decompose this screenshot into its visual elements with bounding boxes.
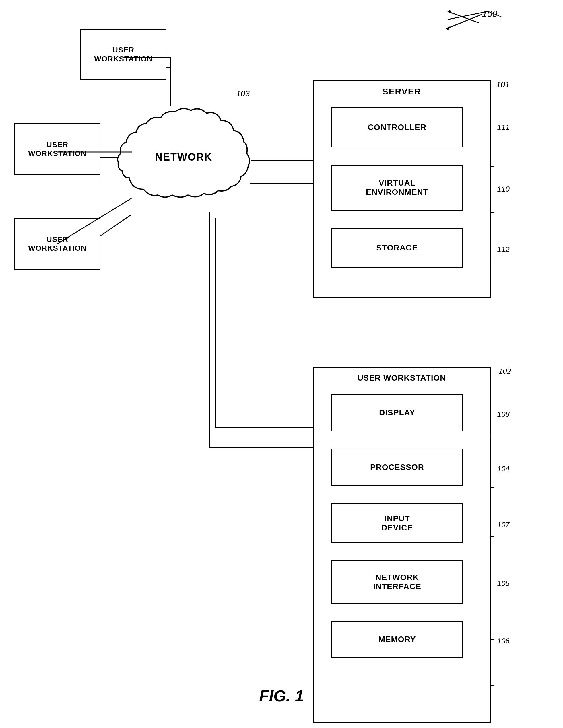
user-workstation-label: USER WORKSTATION xyxy=(358,373,446,383)
server-ref: 101 xyxy=(496,80,510,89)
virtual-env-box: VIRTUALENVIRONMENT xyxy=(331,165,463,211)
svg-text:NETWORK: NETWORK xyxy=(155,151,212,163)
memory-ref: 106 xyxy=(497,636,510,645)
server-label: SERVER xyxy=(383,87,421,96)
network-cloud: NETWORK 103 xyxy=(115,98,252,218)
workstation-top-box: USERWORKSTATION xyxy=(80,29,166,80)
svg-marker-21 xyxy=(448,10,452,14)
user-workstation-outer-box: USER WORKSTATION 102 DISPLAY 108 PROCESS… xyxy=(313,367,491,723)
input-device-box: INPUTDEVICE xyxy=(331,503,463,543)
network-cloud-svg: NETWORK xyxy=(115,98,252,218)
network-interface-ref: 105 xyxy=(497,579,510,588)
processor-ref: 104 xyxy=(497,464,510,473)
svg-line-20 xyxy=(448,11,479,23)
server-outer-box: SERVER 101 CONTROLLER 111 VIRTUALENVIRON… xyxy=(313,80,491,298)
user-workstation-ref: 102 xyxy=(499,367,511,376)
controller-ref: 111 xyxy=(497,123,510,132)
controller-box: CONTROLLER xyxy=(331,107,463,147)
network-interface-box: NETWORKINTERFACE xyxy=(331,560,463,604)
network-ref: 103 xyxy=(236,89,250,98)
display-ref: 108 xyxy=(497,410,510,419)
ref-100-arrow xyxy=(439,6,491,29)
workstation-left-top-box: USERWORKSTATION xyxy=(14,123,100,175)
workstation-left-bottom-box: USERWORKSTATION xyxy=(14,218,100,270)
input-device-ref: 107 xyxy=(497,520,510,529)
memory-box: MEMORY xyxy=(331,621,463,658)
processor-box: PROCESSOR xyxy=(331,449,463,486)
virtual-env-ref: 110 xyxy=(497,185,510,194)
storage-ref: 112 xyxy=(497,245,510,254)
diagram: 100 USERWORKSTATION USERWORKSTATION USER… xyxy=(0,0,563,728)
display-box: DISPLAY xyxy=(331,394,463,431)
storage-box: STORAGE xyxy=(331,228,463,268)
figure-label: FIG. 1 xyxy=(259,686,304,705)
